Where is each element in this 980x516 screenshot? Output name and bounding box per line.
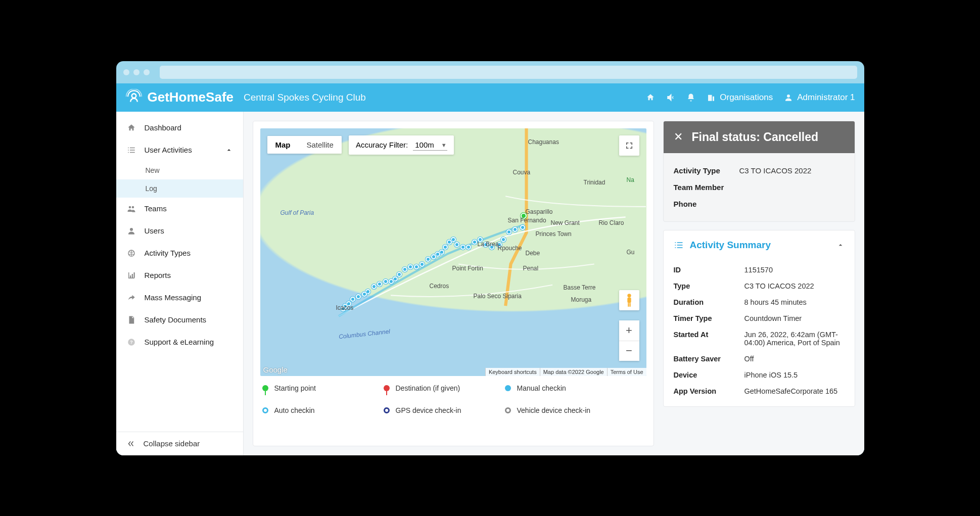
ring-blue-icon: [262, 407, 268, 413]
organisations-label: Organisations: [720, 92, 773, 103]
brand-text: GetHomeSafe: [148, 89, 234, 105]
status-card: ✕ Final status: Cancelled Activity TypeC…: [663, 121, 855, 222]
keyboard-shortcuts-link[interactable]: Keyboard shortcuts: [485, 368, 540, 376]
legend-vehicle: Vehicle device check-in: [505, 406, 596, 414]
topbar-actions: Organisations Administrator 1: [646, 92, 855, 103]
collapse-sidebar[interactable]: Collapse sidebar: [116, 432, 243, 455]
sidebar: Dashboard User Activities New Log: [116, 112, 244, 455]
list-icon: [674, 240, 684, 250]
sound-icon[interactable]: [666, 93, 675, 102]
url-bar[interactable]: [160, 66, 857, 79]
svg-point-6: [627, 294, 631, 297]
sidebar-item-users[interactable]: Users: [116, 220, 243, 242]
terms-link[interactable]: Terms of Use: [607, 368, 646, 376]
sidebar-label: Teams: [145, 204, 167, 213]
window-controls[interactable]: [123, 69, 150, 75]
sidebar-item-user-activities[interactable]: User Activities: [116, 139, 243, 161]
sidebar-label: Safety Documents: [145, 315, 207, 324]
google-logo: Google: [263, 365, 288, 374]
status-title: Final status: Cancelled: [692, 130, 819, 144]
user-icon: [784, 93, 793, 102]
accuracy-label: Accuracy Filter:: [356, 140, 408, 149]
summary-title: Activity Summary: [690, 240, 771, 251]
svg-text:?: ?: [130, 340, 133, 345]
ball-icon: [126, 248, 136, 258]
activity-map-panel: Gulf of Paria Columbus Channel Chaguanas…: [253, 121, 654, 446]
sidebar-label: Users: [145, 226, 164, 235]
ring-grey-icon: [505, 407, 511, 413]
svg-point-1: [787, 95, 790, 98]
legend-gps: GPS device check-in: [384, 406, 475, 414]
legend-start: Starting point: [262, 384, 353, 392]
org-name: Central Spokes Cycling Club: [244, 92, 366, 103]
sidebar-item-mass-messaging[interactable]: Mass Messaging: [116, 287, 243, 309]
sidebar-item-safety-documents[interactable]: Safety Documents: [116, 309, 243, 331]
status-header: ✕ Final status: Cancelled: [664, 121, 855, 153]
map-data-text: Map data ©2022 Google: [540, 368, 607, 376]
map[interactable]: Gulf of Paria Columbus Channel Chaguanas…: [260, 128, 646, 376]
svg-rect-7: [627, 297, 631, 303]
map-legend: Starting point Destination (if given) Ma…: [260, 376, 646, 416]
zoom-in-button[interactable]: +: [619, 320, 639, 341]
accuracy-filter: Accuracy Filter: 100m ▼: [349, 135, 454, 155]
bell-icon[interactable]: [686, 93, 695, 102]
chevron-up-icon: [225, 146, 233, 154]
svg-rect-9: [629, 303, 630, 306]
user-menu[interactable]: Administrator 1: [784, 92, 855, 103]
list-check-icon: [126, 145, 136, 155]
pegman-icon: [624, 293, 635, 308]
help-icon: ?: [126, 337, 136, 347]
home-icon[interactable]: [646, 93, 655, 102]
chevrons-left-icon: [126, 439, 135, 448]
brand-icon: [125, 89, 143, 106]
close-icon[interactable]: ✕: [674, 130, 683, 144]
pin-green-icon: [262, 385, 268, 391]
organisations-link[interactable]: Organisations: [707, 92, 773, 103]
legend-manual: Manual checkin: [505, 384, 596, 392]
main: Gulf of Paria Columbus Channel Chaguanas…: [244, 112, 864, 455]
sidebar-label: Support & eLearning: [145, 338, 214, 346]
document-icon: [126, 315, 136, 325]
sidebar-item-teams[interactable]: Teams: [116, 198, 243, 220]
chevron-up-icon: [836, 241, 845, 249]
sidebar-label: Dashboard: [145, 123, 181, 132]
sidebar-item-support[interactable]: ? Support & eLearning: [116, 331, 243, 353]
collapse-label: Collapse sidebar: [144, 439, 200, 448]
map-tab-map[interactable]: Map: [267, 136, 299, 154]
sidebar-item-activity-types[interactable]: Activity Types: [116, 242, 243, 264]
activity-summary-card: Activity Summary ID1151570 TypeC3 TO ICA…: [663, 230, 855, 407]
topbar: GetHomeSafe Central Spokes Cycling Club …: [116, 83, 864, 112]
home-icon: [126, 123, 136, 133]
sidebar-label: Activity Types: [145, 249, 191, 257]
dot-blue-icon: [505, 385, 511, 391]
pegman[interactable]: [619, 290, 639, 310]
app: GetHomeSafe Central Spokes Cycling Club …: [116, 83, 864, 455]
accuracy-select[interactable]: 100m: [413, 139, 447, 151]
building-icon: [707, 93, 716, 102]
user-label: Administrator 1: [797, 92, 855, 103]
zoom-controls: + −: [619, 320, 639, 361]
summary-header[interactable]: Activity Summary: [664, 230, 855, 260]
svg-point-2: [130, 228, 133, 231]
user-icon: [126, 226, 136, 236]
sidebar-item-reports[interactable]: Reports: [116, 264, 243, 287]
svg-rect-8: [628, 303, 629, 306]
brand[interactable]: GetHomeSafe: [125, 89, 234, 106]
map-attribution: Keyboard shortcuts Map data ©2022 Google…: [485, 368, 646, 376]
sidebar-item-dashboard[interactable]: Dashboard: [116, 117, 243, 139]
zoom-out-button[interactable]: −: [619, 341, 639, 361]
ring-navy-icon: [384, 407, 390, 413]
sidebar-label: Reports: [145, 271, 171, 279]
fullscreen-button[interactable]: [619, 135, 639, 156]
share-icon: [126, 293, 136, 303]
sidebar-subitem-new[interactable]: New: [116, 161, 243, 179]
browser-chrome: [116, 61, 864, 83]
svg-point-0: [131, 93, 136, 98]
chart-icon: [126, 270, 136, 280]
fullscreen-icon: [625, 141, 634, 150]
sidebar-label: Mass Messaging: [145, 293, 202, 302]
map-type-toggle: Map Satellite: [267, 136, 342, 154]
map-tab-satellite[interactable]: Satellite: [299, 136, 342, 154]
team-icon: [126, 204, 136, 214]
sidebar-subitem-log[interactable]: Log: [116, 179, 243, 198]
